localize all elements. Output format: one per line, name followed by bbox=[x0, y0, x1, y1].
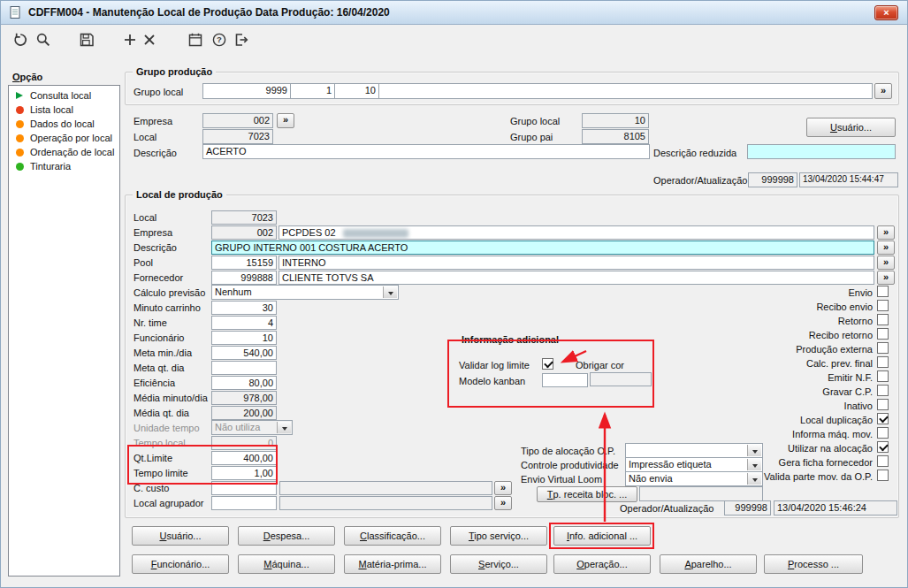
delete-icon[interactable] bbox=[141, 32, 159, 50]
descricao-header-field[interactable]: ACERTO bbox=[202, 144, 650, 159]
maquina-button[interactable]: Máquina... bbox=[238, 554, 335, 574]
atualizacao-header-field: 13/04/2020 15:44:47 bbox=[799, 172, 898, 187]
lp-fornecedor-descricao-field: CLIENTE TOTVS SA bbox=[279, 271, 874, 285]
servico-button[interactable]: Serviço... bbox=[450, 554, 547, 574]
svg-text:?: ? bbox=[217, 34, 222, 44]
lp-tempo-limite-label: Tempo limite bbox=[134, 467, 188, 479]
label-retorno: Retorno bbox=[744, 315, 873, 327]
lp-meta-min-dia-field[interactable]: 540,00 bbox=[211, 346, 277, 360]
lp-local-agrupador-field[interactable] bbox=[211, 496, 277, 510]
exit-icon[interactable] bbox=[233, 32, 251, 50]
descricao-header-label: Descrição bbox=[134, 147, 177, 159]
empresa-label: Empresa bbox=[134, 115, 172, 127]
lp-pool-field[interactable]: 15159 bbox=[211, 256, 277, 270]
checkbox-recibo-envio[interactable] bbox=[877, 300, 889, 311]
lp-descricao-field[interactable]: GRUPO INTERNO 001 COSTURA ACERTO bbox=[211, 241, 874, 255]
lp-qt-limite-field[interactable]: 400,00 bbox=[211, 451, 277, 465]
grupo-local-label: Grupo local bbox=[134, 86, 183, 98]
envio-virtual-loom-select[interactable]: Não envia bbox=[625, 471, 763, 486]
checkbox-gravar-cp[interactable] bbox=[877, 385, 889, 396]
checkbox-gera-ficha-fornecedor[interactable] bbox=[877, 455, 889, 467]
lp-empresa-zoom-button[interactable]: » bbox=[877, 225, 895, 240]
lp-meta-min-dia-label: Meta min./dia bbox=[134, 347, 192, 359]
sidebar-item-lista-local[interactable]: Lista local bbox=[9, 103, 119, 117]
grupo-local-field-2[interactable]: 1 bbox=[290, 83, 335, 99]
grupo-local-field-1[interactable]: 9999 bbox=[202, 83, 291, 99]
lp-fornecedor-zoom-button[interactable]: » bbox=[877, 271, 895, 285]
checkbox-producao-externa[interactable] bbox=[877, 342, 889, 354]
tp-receita-bloc-button[interactable]: Tp. receita bloc. ... bbox=[537, 486, 637, 502]
lp-empresa-descricao-text: PCPDES 02 bbox=[282, 227, 336, 238]
checkbox-emitir-nf[interactable] bbox=[877, 370, 889, 382]
lp-eficiencia-field[interactable]: 80,00 bbox=[211, 376, 277, 390]
save-icon[interactable] bbox=[79, 32, 96, 50]
calendar-icon[interactable] bbox=[187, 32, 205, 50]
application-window: CDFFM004 - Manutenção Local de Produção … bbox=[0, 0, 908, 588]
lp-funcionario-field[interactable]: 10 bbox=[211, 331, 277, 345]
checkbox-envio[interactable] bbox=[877, 286, 889, 297]
lp-nr-time-field[interactable]: 4 bbox=[211, 316, 277, 330]
lp-fornecedor-field[interactable]: 999888 bbox=[211, 271, 277, 285]
sidebar-item-tinturaria[interactable]: Tinturaria bbox=[9, 159, 119, 173]
validar-log-limite-checkbox[interactable] bbox=[542, 358, 553, 370]
despesa-button[interactable]: Despesa... bbox=[238, 526, 335, 546]
operador-bottom-field: 999998 bbox=[724, 500, 771, 515]
lp-minuto-carrinho-field[interactable]: 30 bbox=[211, 301, 277, 315]
checkbox-retorno[interactable] bbox=[877, 314, 889, 325]
atualizacao-bottom-field: 13/04/2020 15:46:24 bbox=[774, 500, 897, 515]
sidebar-item-dados-do-local[interactable]: Dados do local bbox=[9, 117, 119, 131]
lp-tempo-limite-field[interactable]: 1,00 bbox=[211, 466, 277, 480]
checkbox-utilizar-na-alocacao[interactable] bbox=[877, 441, 889, 453]
close-button[interactable]: × bbox=[874, 5, 898, 20]
checkbox-inativo[interactable] bbox=[877, 399, 889, 410]
calculo-previsao-select[interactable]: Nenhum bbox=[211, 285, 399, 300]
sidebar-item-label: Lista local bbox=[30, 104, 73, 115]
lp-local-agrupador-zoom-button[interactable]: » bbox=[494, 496, 512, 510]
green-dot-icon bbox=[16, 163, 24, 171]
undo-icon[interactable] bbox=[12, 32, 30, 50]
empresa-zoom-button[interactable]: » bbox=[277, 113, 294, 128]
checkbox-calc-prev-final[interactable] bbox=[877, 356, 889, 368]
label-gravar-cp: Gravar C.P. bbox=[744, 386, 873, 398]
operador-header-field: 999998 bbox=[748, 172, 797, 187]
sidebar-item-operacao-por-local[interactable]: Operação por local bbox=[9, 131, 119, 145]
checkbox-informa-maq-mov[interactable] bbox=[877, 427, 889, 439]
processo-button[interactable]: Processo ... bbox=[764, 554, 863, 574]
modelo-kanban-field[interactable] bbox=[542, 373, 588, 387]
lp-nr-time-label: Nr. time bbox=[134, 317, 167, 329]
checkbox-recibo-retorno[interactable] bbox=[877, 328, 889, 340]
sidebar-item-consulta-local[interactable]: Consulta local bbox=[9, 88, 119, 103]
help-icon[interactable]: ? bbox=[211, 32, 229, 50]
tipo-alocacao-select[interactable] bbox=[625, 443, 763, 458]
lp-meta-qt-dia-field[interactable] bbox=[211, 361, 277, 375]
lp-pool-zoom-button[interactable]: » bbox=[877, 256, 895, 270]
grupo-local-field-4[interactable] bbox=[378, 83, 873, 99]
orange-dot-icon bbox=[16, 149, 24, 157]
controle-produtividade-select[interactable]: Impressão etiqueta bbox=[625, 457, 763, 472]
tipo-servico-button[interactable]: Tipo serviço... bbox=[450, 526, 547, 546]
descricao-reduzida-field[interactable] bbox=[747, 144, 896, 159]
operador-header-label: Operador/Atualização bbox=[653, 174, 747, 187]
classificacao-button[interactable]: Classificação... bbox=[344, 526, 441, 546]
sidebar-item-ordenacao-de-local[interactable]: Ordenação de local bbox=[9, 145, 119, 159]
add-icon[interactable] bbox=[122, 32, 140, 50]
search-icon[interactable] bbox=[35, 32, 53, 50]
funcionario-button[interactable]: Funcionário... bbox=[132, 554, 229, 574]
checkbox-local-duplicacao[interactable] bbox=[877, 413, 889, 424]
usuario-button[interactable]: Usuário... bbox=[132, 526, 229, 546]
grupo-local-zoom-button[interactable]: » bbox=[874, 83, 892, 99]
aparelho-button[interactable]: Aparelho... bbox=[660, 554, 757, 574]
usuario-header-button[interactable]: Usuário... bbox=[806, 118, 896, 137]
grupo-local-field-3[interactable]: 10 bbox=[334, 83, 379, 99]
lp-minuto-carrinho-label: Minuto carrinho bbox=[134, 302, 201, 314]
materia-prima-button[interactable]: Matéria-prima... bbox=[344, 554, 441, 574]
lp-c-custo-zoom-button[interactable]: » bbox=[494, 481, 512, 495]
lp-empresa-field: 002 bbox=[211, 225, 277, 240]
operacao-button[interactable]: Operação... bbox=[553, 554, 651, 574]
label-calc-prev-final: Calc. prev. final bbox=[744, 357, 873, 370]
lp-descricao-zoom-button[interactable]: » bbox=[877, 241, 895, 255]
lp-descricao-label: Descrição bbox=[134, 241, 177, 254]
info-adicional-button[interactable]: Info. adicional ... bbox=[553, 526, 651, 546]
checkbox-valida-parte-mov-op[interactable] bbox=[877, 470, 889, 481]
lp-c-custo-field[interactable] bbox=[211, 481, 277, 495]
